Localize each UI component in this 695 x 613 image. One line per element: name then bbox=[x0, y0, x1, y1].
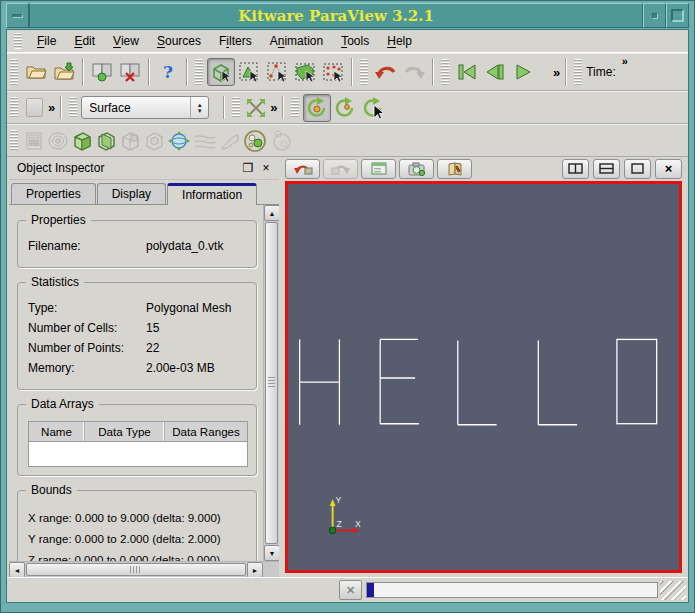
edit-color-map-button[interactable] bbox=[437, 159, 472, 179]
filename-value: polydata_0.vtk bbox=[146, 239, 223, 253]
glyph-button[interactable] bbox=[166, 129, 192, 153]
capture-screenshot-button[interactable] bbox=[399, 159, 434, 179]
time-overflow-chevron[interactable]: » bbox=[622, 55, 628, 67]
disconnect-server-button[interactable] bbox=[116, 58, 144, 86]
group-datasets-button[interactable] bbox=[242, 129, 268, 153]
threshold-button[interactable] bbox=[118, 129, 142, 153]
camera-redo-button[interactable] bbox=[323, 159, 358, 179]
toolbar-grip[interactable] bbox=[291, 97, 299, 119]
connect-server-button[interactable] bbox=[88, 58, 116, 86]
menu-tools[interactable]: Tools bbox=[332, 32, 378, 50]
slice-button[interactable] bbox=[94, 129, 118, 153]
color-by-icon bbox=[26, 98, 43, 117]
toolbar-grip[interactable] bbox=[360, 59, 368, 84]
column-data-type[interactable]: Data Type bbox=[85, 422, 165, 441]
toolbar-grip[interactable] bbox=[574, 59, 582, 84]
window-title[interactable]: Kitware ParaView 3.2.1 bbox=[29, 3, 643, 28]
menu-edit[interactable]: Edit bbox=[65, 32, 104, 50]
toolbar-overflow-chevron[interactable]: » bbox=[268, 100, 278, 115]
toolbar-grip[interactable] bbox=[10, 97, 18, 119]
properties-groupbox: Properties Filename: polydata_0.vtk bbox=[17, 220, 257, 268]
close-panel-button[interactable]: × bbox=[257, 160, 275, 176]
select-cells-through-button[interactable] bbox=[291, 58, 319, 86]
window-menu-icon bbox=[12, 14, 23, 18]
save-data-button[interactable] bbox=[50, 58, 78, 86]
toolbar-grip[interactable] bbox=[69, 97, 77, 119]
stream-tracer-button[interactable] bbox=[192, 129, 218, 153]
split-view-vertical-button[interactable] bbox=[593, 159, 620, 179]
vertical-scrollbar[interactable]: ▲ ▼ bbox=[263, 205, 279, 561]
menu-help[interactable]: Help bbox=[378, 32, 421, 50]
tab-display[interactable]: Display bbox=[97, 183, 166, 204]
toolbar-grip[interactable] bbox=[195, 59, 203, 84]
maximize-view-button[interactable] bbox=[624, 159, 651, 179]
abort-progress-button[interactable]: ✕ bbox=[339, 580, 362, 600]
camera-undo-button[interactable] bbox=[285, 159, 320, 179]
color-by-button[interactable] bbox=[22, 96, 46, 120]
stat-value: 2.00e-03 MB bbox=[146, 361, 215, 375]
select-cells-button[interactable] bbox=[235, 58, 263, 86]
edit-view-options-button[interactable] bbox=[361, 159, 396, 179]
minimize-button[interactable] bbox=[643, 3, 666, 28]
ungroup-button[interactable] bbox=[268, 129, 294, 153]
resize-grip[interactable] bbox=[660, 581, 686, 600]
reset-camera-button[interactable] bbox=[244, 96, 268, 120]
close-view-button[interactable]: × bbox=[655, 159, 682, 179]
tab-information[interactable]: Information bbox=[167, 183, 257, 205]
select-points-button[interactable] bbox=[263, 58, 291, 86]
menubar-grip[interactable] bbox=[14, 33, 22, 49]
clip-button[interactable] bbox=[70, 129, 94, 153]
play-button[interactable] bbox=[509, 58, 537, 86]
horizontal-scrollbar[interactable]: ◄ ► bbox=[9, 561, 279, 577]
data-arrays-table[interactable]: Name Data Type Data Ranges bbox=[28, 421, 248, 467]
scroll-down-button[interactable]: ▼ bbox=[264, 545, 279, 561]
representation-select[interactable]: Surface ▲ ▼ bbox=[81, 96, 209, 119]
scroll-up-button[interactable]: ▲ bbox=[264, 205, 279, 221]
previous-frame-icon bbox=[483, 62, 507, 82]
scroll-left-button[interactable]: ◄ bbox=[9, 562, 25, 577]
rotate-camera-cw-button[interactable] bbox=[303, 94, 331, 122]
rotate-camera-ccw-button[interactable] bbox=[331, 94, 359, 122]
column-data-ranges[interactable]: Data Ranges bbox=[165, 422, 247, 441]
split-view-horizontal-button[interactable] bbox=[562, 159, 589, 179]
tab-properties[interactable]: Properties bbox=[11, 183, 96, 204]
window-menu-button[interactable] bbox=[6, 3, 29, 28]
menu-animation[interactable]: Animation bbox=[261, 32, 332, 50]
menu-filters[interactable]: Filters bbox=[210, 32, 261, 50]
statistics-group-title: Statistics bbox=[26, 275, 84, 289]
combo-spinner-icon[interactable]: ▲ ▼ bbox=[190, 97, 208, 118]
menu-file[interactable]: File bbox=[28, 32, 65, 50]
toolbar-grip[interactable] bbox=[10, 130, 18, 152]
extract-subset-button[interactable] bbox=[142, 129, 166, 153]
rotate-camera-button[interactable] bbox=[359, 94, 387, 122]
toolbar-overflow-chevron[interactable]: » bbox=[551, 65, 561, 80]
contour-button[interactable] bbox=[46, 129, 70, 153]
first-frame-button[interactable] bbox=[453, 58, 481, 86]
menu-view[interactable]: View bbox=[104, 32, 148, 50]
toolbar-grip[interactable] bbox=[10, 59, 18, 84]
render-view[interactable]: Y X Z bbox=[285, 181, 682, 573]
surface-selection-button[interactable] bbox=[207, 58, 235, 86]
filename-label: Filename: bbox=[28, 239, 146, 253]
scroll-right-button[interactable]: ► bbox=[247, 562, 263, 577]
undo-button[interactable] bbox=[372, 58, 400, 86]
maximize-button[interactable] bbox=[666, 3, 689, 28]
select-points-through-button[interactable] bbox=[319, 58, 347, 86]
toolbar-grip[interactable] bbox=[232, 97, 240, 119]
calculator-button[interactable] bbox=[22, 129, 46, 153]
help-button[interactable]: ? bbox=[154, 58, 182, 86]
vertical-scrollbar-thumb[interactable] bbox=[265, 222, 278, 544]
toolbar-overflow-chevron[interactable]: » bbox=[46, 100, 56, 115]
menu-sources[interactable]: Sources bbox=[148, 32, 210, 50]
select-cells-icon bbox=[238, 61, 260, 83]
float-panel-button[interactable]: ❐ bbox=[239, 160, 257, 176]
open-file-button[interactable] bbox=[22, 58, 50, 86]
data-arrays-table-header: Name Data Type Data Ranges bbox=[29, 422, 247, 442]
warp-vector-button[interactable] bbox=[218, 129, 242, 153]
open-file-icon bbox=[25, 63, 47, 81]
redo-button[interactable] bbox=[400, 58, 428, 86]
horizontal-scrollbar-thumb[interactable] bbox=[26, 563, 246, 576]
column-name[interactable]: Name bbox=[29, 422, 85, 441]
toolbar-grip[interactable] bbox=[441, 59, 449, 84]
previous-frame-button[interactable] bbox=[481, 58, 509, 86]
